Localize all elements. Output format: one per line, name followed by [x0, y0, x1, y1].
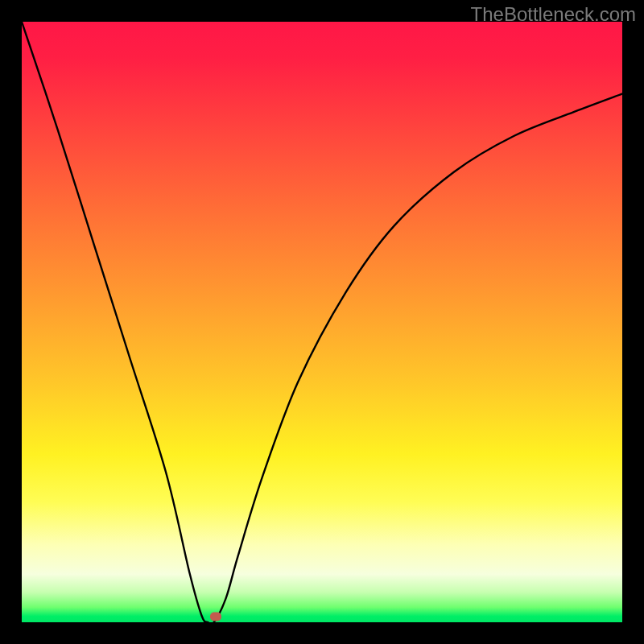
optimal-point-marker [210, 612, 221, 621]
plot-area [22, 22, 622, 622]
watermark-label: TheBottleneck.com [471, 3, 636, 26]
chart-frame: TheBottleneck.com [0, 0, 644, 644]
bottleneck-curve [22, 22, 622, 622]
